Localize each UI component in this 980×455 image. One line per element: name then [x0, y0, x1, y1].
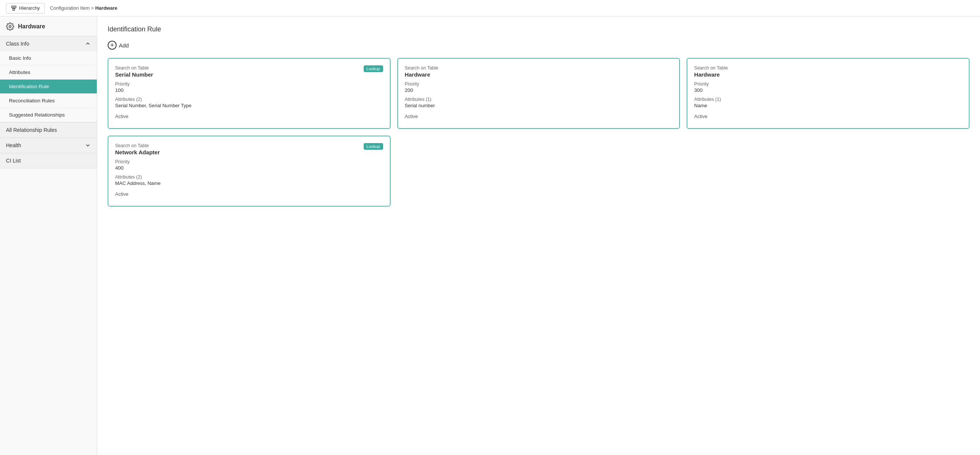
card-hardware-300[interactable]: Search on Table Hardware Priority 300 At…	[687, 58, 969, 129]
sidebar-item-health[interactable]: Health	[0, 138, 97, 153]
card-1-table-info: Search on Table Serial Number	[115, 65, 153, 78]
card-1-attributes-value: Serial Number, Serial Number Type	[115, 103, 383, 108]
svg-point-6	[9, 25, 11, 28]
card-network-adapter[interactable]: Search on Table Network Adapter Lookup P…	[108, 136, 391, 206]
card-2-header: Search on Table Hardware	[405, 65, 673, 78]
svg-rect-2	[13, 9, 14, 11]
card-3-status: Active	[694, 114, 962, 119]
card-2-priority-label: Priority	[405, 81, 673, 87]
card-4-table-info: Search on Table Network Adapter	[115, 143, 160, 155]
attributes-label: Attributes	[9, 70, 30, 75]
card-3-priority-value: 300	[694, 87, 962, 93]
card-1-table-name: Serial Number	[115, 71, 153, 78]
page-title: Identification Rule	[108, 25, 969, 33]
card-3-table-info: Search on Table Hardware	[694, 65, 728, 78]
card-1-priority-label: Priority	[115, 81, 383, 87]
card-1-attributes-label: Attributes (2)	[115, 97, 383, 102]
hierarchy-label: Hierarchy	[19, 5, 40, 11]
card-4-search-label: Search on Table	[115, 143, 160, 148]
sidebar-item-attributes[interactable]: Attributes	[0, 65, 97, 79]
card-3-priority-label: Priority	[694, 81, 962, 87]
chevron-down-icon	[85, 142, 91, 148]
card-1-header: Search on Table Serial Number Lookup	[115, 65, 383, 78]
basic-info-label: Basic Info	[9, 55, 31, 61]
card-2-table-info: Search on Table Hardware	[405, 65, 438, 78]
breadcrumb: Configuration Item > Hardware	[50, 5, 117, 11]
card-serial-number[interactable]: Search on Table Serial Number Lookup Pri…	[108, 58, 391, 129]
ci-list-label: CI List	[6, 158, 21, 163]
add-circle-icon: +	[108, 41, 117, 50]
card-2-attributes-label: Attributes (1)	[405, 97, 673, 102]
card-4-table-name: Network Adapter	[115, 149, 160, 155]
card-2-search-label: Search on Table	[405, 65, 438, 71]
card-3-table-name: Hardware	[694, 71, 728, 78]
hierarchy-icon	[11, 5, 17, 11]
gear-icon	[6, 22, 14, 31]
identification-rule-label: Identification Rule	[9, 84, 49, 89]
card-1-priority-value: 100	[115, 87, 383, 93]
cards-grid: Search on Table Serial Number Lookup Pri…	[108, 58, 969, 206]
card-1-lookup-badge: Lookup	[364, 65, 383, 72]
add-button[interactable]: + Add	[108, 41, 129, 50]
svg-rect-1	[14, 6, 16, 8]
card-3-attributes-label: Attributes (1)	[694, 97, 962, 102]
sidebar: Hardware Class Info Basic Info Attribute…	[0, 16, 97, 455]
health-label: Health	[6, 142, 21, 148]
card-4-lookup-badge: Lookup	[364, 143, 383, 150]
card-3-attributes-value: Name	[694, 103, 962, 108]
card-1-search-label: Search on Table	[115, 65, 153, 71]
sidebar-item-ci-list[interactable]: CI List	[0, 153, 97, 168]
card-4-priority-value: 400	[115, 165, 383, 171]
layout: Hardware Class Info Basic Info Attribute…	[0, 16, 980, 455]
card-1-status: Active	[115, 114, 383, 119]
card-2-table-name: Hardware	[405, 71, 438, 78]
svg-rect-0	[11, 6, 13, 8]
class-info-header[interactable]: Class Info	[0, 36, 97, 51]
sidebar-item-suggested-relationships[interactable]: Suggested Relationships	[0, 108, 97, 122]
card-2-attributes-value: Serial number	[405, 103, 673, 108]
suggested-relationships-label: Suggested Relationships	[9, 112, 65, 118]
all-relationship-rules-label: All Relationship Rules	[6, 127, 57, 133]
sidebar-item-identification-rule[interactable]: Identification Rule	[0, 79, 97, 94]
class-info-label: Class Info	[6, 41, 29, 47]
card-4-header: Search on Table Network Adapter Lookup	[115, 143, 383, 155]
main-content: Identification Rule + Add Search on Tabl…	[97, 16, 980, 455]
sidebar-item-reconciliation-rules[interactable]: Reconciliation Rules	[0, 94, 97, 108]
card-2-status: Active	[405, 114, 673, 119]
hierarchy-button[interactable]: Hierarchy	[6, 3, 45, 13]
card-hardware-200[interactable]: Search on Table Hardware Priority 200 At…	[397, 58, 680, 129]
breadcrumb-separator: >	[91, 5, 95, 11]
card-3-header: Search on Table Hardware	[694, 65, 962, 78]
reconciliation-rules-label: Reconciliation Rules	[9, 98, 54, 103]
card-2-priority-value: 200	[405, 87, 673, 93]
topbar: Hierarchy Configuration Item > Hardware	[0, 0, 980, 16]
card-4-status: Active	[115, 191, 383, 197]
card-3-search-label: Search on Table	[694, 65, 728, 71]
sidebar-item-basic-info[interactable]: Basic Info	[0, 51, 97, 65]
breadcrumb-current: Hardware	[95, 5, 117, 11]
breadcrumb-parent: Configuration Item	[50, 5, 90, 11]
class-info-items: Basic Info Attributes Identification Rul…	[0, 51, 97, 122]
sidebar-header: Hardware	[0, 16, 97, 36]
add-label: Add	[119, 42, 129, 49]
chevron-up-icon	[85, 41, 91, 47]
sidebar-title: Hardware	[18, 23, 45, 30]
sidebar-section-class-info: Class Info Basic Info Attributes Identif…	[0, 36, 97, 122]
card-4-priority-label: Priority	[115, 159, 383, 164]
card-4-attributes-value: MAC Address, Name	[115, 181, 383, 186]
sidebar-item-all-relationship-rules[interactable]: All Relationship Rules	[0, 122, 97, 138]
card-4-attributes-label: Attributes (2)	[115, 174, 383, 180]
